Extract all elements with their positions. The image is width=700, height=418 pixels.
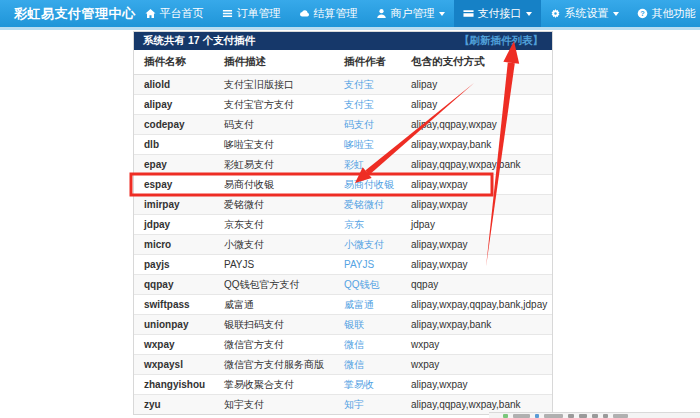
svg-text:?: ? (640, 9, 645, 18)
pay-methods-cell: alipay,wxpay,bank (401, 135, 552, 155)
text-remnant (513, 414, 530, 418)
plugin-author-cell: 支付宝 (334, 95, 401, 115)
plugin-author-link[interactable]: 微信 (344, 339, 364, 350)
table-row-wxpay: wxpay微信官方支付微信wxpay (134, 335, 552, 355)
pay-methods-cell: alipay,wxpay (401, 175, 552, 195)
nav-settlement[interactable]: 结算管理 (290, 0, 367, 27)
plugin-desc-cell: PAYJS (214, 255, 334, 275)
plugin-author-link[interactable]: 哆啦宝 (344, 139, 374, 150)
plugin-desc-cell: QQ钱包官方支付 (214, 275, 334, 295)
nav-item-label: 订单管理 (237, 6, 281, 21)
plugin-author-link[interactable]: 码支付 (344, 119, 374, 130)
plugin-author-link[interactable]: 掌易收 (344, 379, 374, 390)
plugin-author-link[interactable]: 支付宝 (344, 99, 374, 110)
navbar-bottom-edge (0, 27, 700, 30)
pay-methods-cell: alipay,wxpay (401, 195, 552, 215)
table-row-epay: epay彩虹易支付彩虹alipay,qqpay,wxpay,bank (134, 155, 552, 175)
plugin-name-cell: espay (134, 175, 214, 195)
plugin-name-cell: codepay (134, 115, 214, 135)
gray-icon (579, 414, 587, 418)
table-row-qqpay: qqpayQQ钱包官方支付QQ钱包qqpay (134, 275, 552, 295)
plugin-author-cell: 银联 (334, 315, 401, 335)
plugin-author-link[interactable]: 小微支付 (344, 239, 384, 250)
nav-payment-api[interactable]: 支付接口 (454, 0, 541, 27)
pay-methods-cell: alipay,wxpay (401, 375, 552, 395)
plugin-author-link[interactable]: 爱铭微付 (344, 199, 384, 210)
plugin-author-cell: 掌易收 (334, 375, 401, 395)
brand-title[interactable]: 彩虹易支付管理中心 (0, 0, 136, 27)
chevron-down-icon (439, 12, 445, 16)
gray-icon (592, 414, 598, 418)
plugin-author-link[interactable]: 知宇 (344, 399, 364, 410)
plugin-author-cell: 知宇 (334, 395, 401, 415)
plugin-name-cell: aliold (134, 75, 214, 95)
plugin-author-link[interactable]: 支付宝 (344, 79, 374, 90)
plugin-author-cell: 码支付 (334, 115, 401, 135)
plugin-author-link[interactable]: 微信 (344, 359, 364, 370)
plugin-name-cell: epay (134, 155, 214, 175)
plugin-author-cell: PAYJS (334, 255, 401, 275)
table-row-alipay: alipay支付宝官方支付支付宝alipay (134, 95, 552, 115)
plugin-author-link[interactable]: 京东 (344, 219, 364, 230)
user-icon (376, 8, 387, 19)
table-row-espay: espay易商付收银易商付收银alipay,wxpay (134, 175, 552, 195)
plugin-desc-cell: 京东支付 (214, 215, 334, 235)
plugin-desc-cell: 易商付收银 (214, 175, 334, 195)
pay-methods-cell: alipay,qqpay,wxpay,bank (401, 155, 552, 175)
plugin-author-link[interactable]: 易商付收银 (344, 179, 394, 190)
table-row-imirpay: imirpay爱铭微付爱铭微付alipay,wxpay (134, 195, 552, 215)
text-remnant (613, 414, 628, 418)
pay-methods-cell: alipay,wxpay (401, 235, 552, 255)
plugin-desc-cell: 威富通 (214, 295, 334, 315)
home-icon (145, 8, 156, 19)
plugin-author-cell: QQ钱包 (334, 275, 401, 295)
plugin-desc-cell: 知宇支付 (214, 395, 334, 415)
plugin-author-link[interactable]: PAYJS (344, 259, 374, 270)
plugin-name-cell: jdpay (134, 215, 214, 235)
refresh-plugins-link[interactable]: 【刷新插件列表】 (459, 34, 543, 48)
nav-item-label: 平台首页 (160, 6, 204, 21)
plugin-author-link[interactable]: 彩虹 (344, 159, 364, 170)
pay-methods-cell: alipay (401, 75, 552, 95)
table-row-wxpaysl: wxpaysl微信官方支付服务商版微信wxpay (134, 355, 552, 375)
plugin-author-cell: 微信 (334, 355, 401, 375)
column-header-3: 包含的支付方式 (401, 50, 552, 75)
pay-methods-cell: wxpay (401, 355, 552, 375)
question-icon: ? (637, 8, 648, 19)
panel-header: 系统共有 17 个支付插件 【刷新插件列表】 (134, 32, 552, 50)
table-row-dlb: dlb哆啦宝支付哆啦宝alipay,wxpay,bank (134, 135, 552, 155)
screenshot-toolbar (489, 412, 700, 418)
plugin-desc-cell: 支付宝旧版接口 (214, 75, 334, 95)
plugin-author-cell: 小微支付 (334, 235, 401, 255)
list-icon (222, 8, 233, 19)
plugin-author-cell: 彩虹 (334, 155, 401, 175)
plugin-name-cell: qqpay (134, 275, 214, 295)
nav-home[interactable]: 平台首页 (136, 0, 213, 27)
nav-orders[interactable]: 订单管理 (213, 0, 290, 27)
plugin-author-cell: 微信 (334, 335, 401, 355)
table-row-codepay: codepay码支付码支付alipay,qqpay,wxpay (134, 115, 552, 135)
nav-item-label: 系统设置 (565, 6, 609, 21)
table-row-payjs: payjsPAYJSPAYJSalipay,wxpay (134, 255, 552, 275)
plugin-author-cell: 哆啦宝 (334, 135, 401, 155)
plugin-author-link[interactable]: 威富通 (344, 299, 374, 310)
plugin-desc-cell: 哆啦宝支付 (214, 135, 334, 155)
panel-title: 系统共有 17 个支付插件 (143, 34, 255, 48)
nav-system-settings[interactable]: 系统设置 (541, 0, 628, 27)
nav-merchants[interactable]: 商户管理 (367, 0, 454, 27)
credit-card-icon (463, 8, 474, 19)
plugin-author-cell: 易商付收银 (334, 175, 401, 195)
plugin-desc-cell: 银联扫码支付 (214, 315, 334, 335)
plugin-name-cell: zyu (134, 395, 214, 415)
gray-icon (603, 414, 608, 418)
plugin-name-cell: imirpay (134, 195, 214, 215)
nav-item-label: 支付接口 (478, 6, 522, 21)
table-row-micro: micro小微支付小微支付alipay,wxpay (134, 235, 552, 255)
nav-item-label: 结算管理 (314, 6, 358, 21)
plugin-author-link[interactable]: 银联 (344, 319, 364, 330)
nav-other-functions[interactable]: ?其他功能 (628, 0, 700, 27)
plugin-name-cell: micro (134, 235, 214, 255)
plugin-author-link[interactable]: QQ钱包 (344, 279, 380, 290)
pay-methods-cell: alipay,wxpay (401, 255, 552, 275)
table-row-zhangyishou: zhangyishou掌易收聚合支付掌易收alipay,wxpay (134, 375, 552, 395)
